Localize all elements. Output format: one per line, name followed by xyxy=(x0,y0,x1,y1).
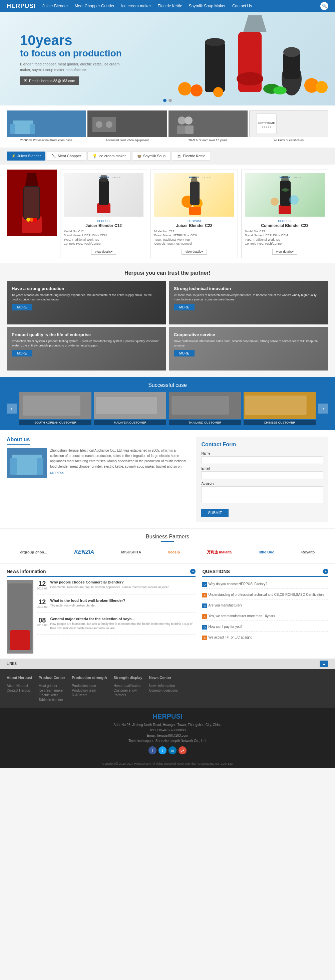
footer-bottom: HERPUSI Addr No.98, Jinfeng North Road, … xyxy=(0,708,335,759)
nav-meat-chopper[interactable]: Meat Chopper Grinder xyxy=(75,4,114,8)
facebook-icon[interactable]: f xyxy=(148,746,157,754)
view-c12-btn[interactable]: View details+ xyxy=(91,249,116,255)
tab-ice-cream[interactable]: 💡 Ice cream maker xyxy=(87,151,131,161)
advisory-input[interactable] xyxy=(201,486,323,503)
view-c23-btn[interactable]: View details+ xyxy=(272,249,297,255)
contact-form-title: Contact Form xyxy=(201,442,323,448)
trust-technical-more[interactable]: MORE xyxy=(174,304,195,310)
next-arrow[interactable]: › xyxy=(318,404,328,414)
tab-soymilk[interactable]: 🍲 Soymilk Soup xyxy=(132,151,170,161)
case-img-3 xyxy=(244,392,316,419)
footer-products-link-2[interactable]: Electric kettle xyxy=(39,693,65,697)
search-icon[interactable]: 🔍 xyxy=(320,2,328,10)
footer-production-link-0[interactable]: Production base xyxy=(72,684,107,687)
hero-dot-2[interactable] xyxy=(168,99,172,102)
view-c22-btn[interactable]: View details+ xyxy=(181,249,206,255)
q-text-2[interactable]: Are you manufacturer? xyxy=(208,603,242,608)
questions-more-btn[interactable]: + xyxy=(323,569,328,574)
about-title: About us xyxy=(7,437,30,445)
news-text-0: Commercial blenders are popular kitchen … xyxy=(51,585,170,589)
svg-rect-55 xyxy=(279,205,291,214)
footer-social: f t in g+ xyxy=(7,746,328,754)
q-text-5: We accept T/T or L/C at sight. xyxy=(208,635,252,640)
tab-juicer-blender[interactable]: ⚡ Juicer Blender xyxy=(7,151,45,161)
case-img-1 xyxy=(94,392,166,419)
q-item-2: Q Are you manufacturer? xyxy=(202,601,328,610)
footer-strength-link-1[interactable]: Customer show xyxy=(113,689,142,692)
nav-logo[interactable]: HERPUSI xyxy=(7,3,36,10)
nav-electric-kettle[interactable]: Electric Kettle xyxy=(157,4,182,8)
footer-production-link-1[interactable]: Production team xyxy=(72,689,107,692)
product-c22-name: Juicer Blender C22 xyxy=(154,223,234,228)
tab-meat-chopper[interactable]: 🔪 Meat Chopper xyxy=(47,151,86,161)
footer-products-title: Product Center xyxy=(39,676,65,681)
name-input[interactable] xyxy=(201,456,323,464)
factory-cert-img: CERTIFICATE★★★★★ xyxy=(249,110,328,137)
trust-technical-desc: 20 more than 15 years of research and de… xyxy=(174,293,323,301)
svg-rect-65 xyxy=(171,396,229,415)
footer-col-news: News Center News information Common ques… xyxy=(149,676,178,703)
nav-soymilk[interactable]: Soymilk Soup Maker xyxy=(189,4,225,8)
news-text-1: The multi-fruit wall-broken blender. xyxy=(51,603,125,608)
q-text-0[interactable]: Why do you choose HERPUSI Factory? xyxy=(208,582,267,586)
q-icon-5: A xyxy=(202,636,207,640)
twitter-icon[interactable]: t xyxy=(159,746,167,754)
news-headline-1[interactable]: What is the food fruit wall-broken Blend… xyxy=(51,598,125,603)
trust-cooperative-more[interactable]: MORE xyxy=(174,350,195,356)
linkedin-icon[interactable]: in xyxy=(168,746,176,754)
trust-section: Herpusi you can trust the partner! Have … xyxy=(0,263,335,377)
googleplus-icon[interactable]: g+ xyxy=(178,746,187,754)
nav-juicer-blender[interactable]: Juicer Blender xyxy=(42,4,68,8)
footer-products-link-0[interactable]: Meat grinder xyxy=(39,684,65,687)
svg-marker-52 xyxy=(191,177,197,181)
tab-electric-kettle[interactable]: ☕ Electric Kettle xyxy=(172,151,210,161)
svg-marker-57 xyxy=(281,176,289,181)
footer-about-link-0[interactable]: About Herpusi xyxy=(7,684,32,687)
product-card-c22: HERPUSI CB CE ® HERPUSI Juicer Blender C… xyxy=(151,170,238,258)
hero-dot-1[interactable] xyxy=(163,99,167,102)
hero-dots xyxy=(163,99,172,102)
news-image xyxy=(7,580,33,654)
contact-form: Contact Form Name Email Advisory SUBMIT xyxy=(196,437,328,522)
product-c12-name: Juicer Blender C12 xyxy=(64,223,143,228)
factory-section: 20000m² Professional Production Base Adv… xyxy=(0,105,335,148)
trust-technical-title: Strong technical innovation xyxy=(174,286,323,291)
footer-news-link-0[interactable]: News information xyxy=(149,684,178,687)
footer-about-link-1[interactable]: Contact Herpusi xyxy=(7,689,32,692)
footer: About Herpusi About Herpusi Contact Herp… xyxy=(0,669,335,759)
trust-cooperative-desc: Have professional international sales te… xyxy=(174,339,323,347)
footer-production-link-2[interactable]: R &Cream xyxy=(72,693,107,697)
q-text-4[interactable]: How can I pay for you? xyxy=(208,625,242,629)
product-card-c23: HERPUSI CB CE ® HERPUSI Commercial Blend… xyxy=(241,170,328,258)
case-label-3: CHINESE CUSTOMER xyxy=(244,420,316,425)
case-item-0: SOUTH KOREAN CUSTOMER xyxy=(19,392,91,425)
scroll-top-icon[interactable]: ▲ xyxy=(320,660,328,667)
submit-button[interactable]: SUBMIT xyxy=(201,509,229,517)
nav-ice-cream[interactable]: Ice cream maker xyxy=(121,4,151,8)
hero-email: ✉ Email : herpusi88@163.com xyxy=(20,76,79,85)
about-more-link[interactable]: MORE>> xyxy=(50,471,189,475)
product-c12-brand: HERPUSI xyxy=(64,219,143,223)
footer-news-link-1[interactable]: Common questions xyxy=(149,689,178,692)
trust-production-more[interactable]: MORE xyxy=(12,304,32,310)
news-headline-0[interactable]: Why people choose Commercial Blender? xyxy=(51,580,170,584)
svg-text:CB CE ®: CB CE ® xyxy=(293,177,301,178)
nav-contact[interactable]: Contact Us xyxy=(232,4,252,8)
news-more-btn[interactable]: + xyxy=(190,569,195,574)
svg-rect-61 xyxy=(23,396,80,415)
footer-strength-link-2[interactable]: Partners xyxy=(113,693,142,697)
footer-products-link-3[interactable]: Tableble blender xyxy=(39,698,65,702)
trust-quality-more[interactable]: MORE xyxy=(12,350,32,356)
meat-icon: 🔪 xyxy=(52,154,56,158)
footer-strength-link-0[interactable]: Honor qualification xyxy=(113,684,142,687)
factory-company-img xyxy=(7,110,86,137)
prev-arrow[interactable]: ‹ xyxy=(7,404,17,414)
q-item-5: A We accept T/T or L/C at sight. xyxy=(202,633,328,642)
partners-logos: ergroup Zhon... KENZIA MISUSHITA Ileosip… xyxy=(7,546,328,558)
news-headline-2[interactable]: General major criteria for the selection… xyxy=(51,617,196,621)
svg-rect-18 xyxy=(30,124,35,134)
news-date-2: 08 2016.08 xyxy=(37,617,48,630)
footer-products-link-1[interactable]: Ice cream maker xyxy=(39,689,65,692)
svg-rect-74 xyxy=(10,630,30,650)
email-input[interactable] xyxy=(201,471,323,479)
